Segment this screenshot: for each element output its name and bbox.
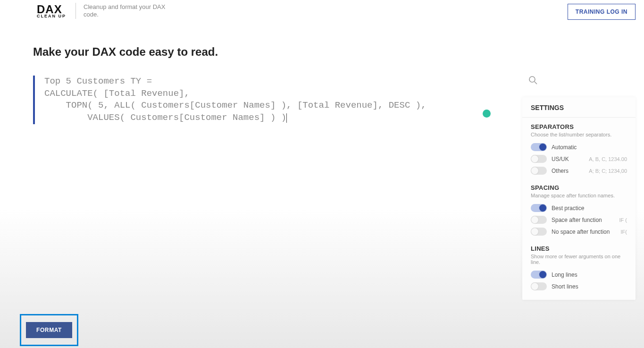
training-login-button[interactable]: TRAINING LOG IN (568, 4, 636, 20)
lines-option-long: Long lines (531, 269, 627, 280)
svg-point-0 (529, 76, 535, 82)
divider (75, 3, 76, 19)
toggle-no-space-after[interactable] (531, 228, 547, 236)
settings-title: SETTINGS (522, 97, 636, 118)
lines-title: LINES (531, 245, 627, 252)
separators-section: SEPARATORS Choose the list/number separa… (522, 118, 636, 178)
separator-option-usuk: US/UK A, B, C, 1234.00 (531, 153, 627, 165)
option-hint: A; B; C; 1234,00 (589, 168, 627, 174)
option-label: Automatic (552, 144, 577, 151)
option-hint: IF( (621, 229, 627, 235)
toggle-long-lines[interactable] (531, 271, 547, 279)
toggle-automatic[interactable] (531, 143, 547, 151)
svg-line-1 (535, 82, 537, 84)
text-caret (286, 113, 287, 123)
separators-desc: Choose the list/number separators. (531, 132, 627, 137)
search-icon[interactable] (528, 76, 538, 85)
option-hint: A, B, C, 1234.00 (589, 156, 627, 162)
toggle-space-after[interactable] (531, 216, 547, 224)
toggle-others[interactable] (531, 167, 547, 175)
spacing-title: SPACING (531, 184, 627, 191)
option-label: Space after function (552, 217, 602, 223)
spacing-option-nospace: No space after function IF( (531, 226, 627, 238)
option-label: Others (552, 168, 569, 174)
code-editor[interactable]: Top 5 Customers TY = CALCULATE( [Total R… (33, 76, 467, 124)
toggle-short-lines[interactable] (531, 282, 547, 290)
code-text: Top 5 Customers TY = CALCULATE( [Total R… (44, 76, 427, 123)
option-label: Long lines (552, 272, 577, 278)
lines-section: LINES Show more or fewer arguments on on… (522, 239, 636, 294)
header: DAX CLEAN UP Cleanup and format your DAX… (0, 0, 644, 22)
separator-option-others: Others A; B; C; 1234,00 (531, 165, 627, 177)
separators-title: SEPARATORS (531, 123, 627, 130)
valid-status-badge (483, 110, 491, 118)
logo[interactable]: DAX CLEAN UP (37, 4, 66, 18)
settings-panel: SETTINGS SEPARATORS Choose the list/numb… (522, 97, 636, 300)
option-label: Best practice (552, 205, 584, 212)
spacing-section: SPACING Manage space after function name… (522, 178, 636, 239)
spacing-option-space: Space after function IF ( (531, 214, 627, 226)
toggle-best-practice[interactable] (531, 204, 547, 212)
lines-desc: Show more or fewer arguments on one line… (531, 254, 627, 265)
format-button-highlight: FORMAT (20, 314, 78, 346)
option-label: Short lines (552, 283, 578, 290)
spacing-option-best: Best practice (531, 202, 627, 214)
option-label: US/UK (552, 156, 569, 162)
tagline: Cleanup and format your DAX code. (84, 3, 178, 19)
page-title: Make your DAX code easy to read. (33, 45, 644, 59)
logo-sub: CLEAN UP (37, 14, 66, 18)
logo-main: DAX (37, 4, 66, 15)
separator-option-automatic: Automatic (531, 141, 627, 153)
option-label: No space after function (552, 229, 610, 235)
spacing-desc: Manage space after function names. (531, 193, 627, 198)
toggle-usuk[interactable] (531, 155, 547, 163)
lines-option-short: Short lines (531, 280, 627, 292)
option-hint: IF ( (619, 217, 627, 223)
format-button[interactable]: FORMAT (26, 322, 72, 338)
